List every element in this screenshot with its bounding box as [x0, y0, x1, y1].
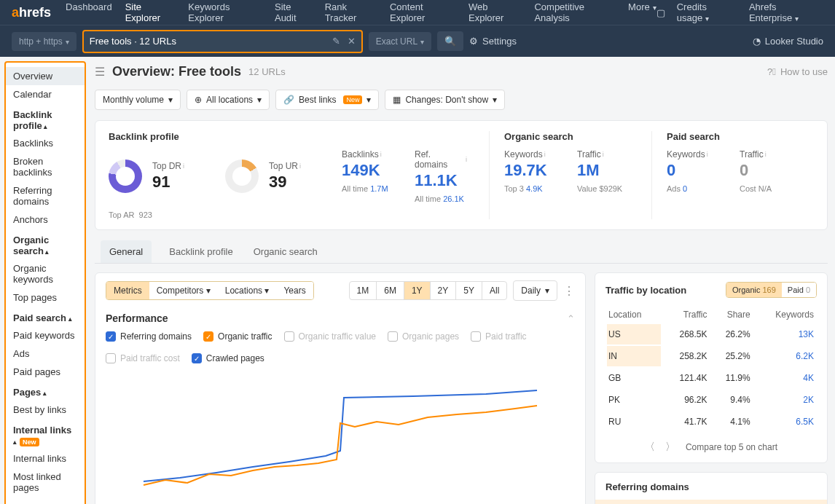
sidebar-item-broken-backlinks[interactable]: Broken backlinks: [6, 152, 85, 181]
location-row-us[interactable]: US268.5K26.2%13K: [607, 324, 815, 344]
sidebar-item-paid-keywords[interactable]: Paid keywords: [6, 326, 85, 344]
pill-organic[interactable]: Organic169: [726, 283, 782, 297]
daily-dropdown[interactable]: Daily▾: [513, 280, 557, 301]
refdom-row-followed[interactable]: Followed i8,47176.3%: [595, 500, 827, 504]
legend-paid-traffic-cost[interactable]: Paid traffic cost: [106, 353, 180, 363]
pill-paid[interactable]: Paid0: [782, 283, 816, 297]
toggle-sidebar-icon[interactable]: ☰: [95, 65, 105, 79]
legend-paid-traffic[interactable]: Paid traffic: [471, 331, 526, 342]
compare-link[interactable]: Compare top 5 on chart: [686, 442, 777, 452]
volume-filter[interactable]: Monthly volume▾: [95, 90, 181, 110]
location-row-gb[interactable]: GB121.4K11.9%4K: [607, 368, 815, 388]
top-nav: ahrefs DashboardSite ExplorerKeywords Ex…: [0, 0, 835, 25]
next-icon[interactable]: 〉: [665, 441, 675, 454]
credits-dropdown[interactable]: Credits usage: [677, 1, 737, 23]
nav-item-site-explorer[interactable]: Site Explorer: [125, 1, 176, 23]
sidebar-head-backlink-profile[interactable]: Backlink profile: [6, 103, 85, 134]
sidebar-item-best-by-links[interactable]: Best by links: [6, 401, 85, 419]
collapse-icon[interactable]: ⌃: [567, 313, 575, 324]
sidebar-item-paid-pages[interactable]: Paid pages: [6, 363, 85, 381]
clear-icon[interactable]: ✕: [348, 36, 356, 47]
location-row-ru[interactable]: RU41.7K4.1%6.5K: [607, 412, 815, 432]
search-row: http + https Free tools · 12 URLs ✎ ✕ Ex…: [0, 25, 835, 57]
top-ur-value: 39: [269, 173, 321, 192]
seg-metrics[interactable]: Metrics: [106, 282, 149, 299]
ref-domains-value[interactable]: 11.1K: [415, 171, 467, 190]
legend-referring-domains[interactable]: Referring domains: [106, 331, 192, 342]
plan-dropdown[interactable]: Ahrefs Enterprise: [749, 1, 823, 23]
sidebar-item-referring-domains[interactable]: Referring domains: [6, 181, 85, 210]
chart-menu-icon[interactable]: ⋮: [563, 284, 575, 298]
organic-search-head: Organic search: [504, 131, 630, 142]
url-count: 12 URLs: [248, 66, 286, 77]
organic-keywords-value[interactable]: 19.7K: [504, 161, 557, 180]
mode-icon[interactable]: ▢: [656, 7, 665, 18]
tab-organic-search[interactable]: Organic search: [251, 240, 321, 263]
nav-item-content-explorer[interactable]: Content Explorer: [390, 1, 455, 23]
sidebar-item-calendar[interactable]: Calendar: [6, 85, 85, 103]
search-button[interactable]: 🔍: [437, 31, 463, 51]
sidebar-item-most-linked-pages[interactable]: Most linked pages: [6, 468, 85, 497]
nav-item-keywords-explorer[interactable]: Keywords Explorer: [188, 1, 262, 23]
nav-item-dashboard[interactable]: Dashboard: [66, 1, 112, 23]
sidebar-item-top-pages[interactable]: Top pages: [6, 288, 85, 307]
sidebar-item-overview[interactable]: Overview: [6, 67, 85, 85]
changes-filter[interactable]: ▦Changes: Don't show▾: [385, 90, 505, 110]
nav-item-competitive-analysis[interactable]: Competitive Analysis: [534, 1, 615, 23]
range-all[interactable]: All: [482, 282, 506, 299]
looker-studio-link[interactable]: ◔Looker Studio: [753, 36, 823, 47]
tab-backlink-profile[interactable]: Backlink profile: [166, 240, 235, 263]
best-links-filter[interactable]: 🔗Best linksNew▾: [275, 90, 379, 110]
link-icon: 🔗: [283, 95, 294, 105]
sidebar-item-anchors[interactable]: Anchors: [6, 210, 85, 229]
paid-keywords-value[interactable]: 0: [667, 161, 719, 180]
backlinks-value[interactable]: 149K: [342, 161, 394, 180]
edit-icon[interactable]: ✎: [332, 36, 340, 47]
seg-locations[interactable]: Locations ▾: [218, 282, 277, 299]
sidebar-head-paid-search[interactable]: Paid search: [6, 307, 85, 326]
locations-filter[interactable]: ⊕All locations▾: [187, 90, 270, 110]
traffic-location-table: LocationTrafficShareKeywords US268.5K26.…: [605, 305, 817, 433]
seg-years[interactable]: Years: [276, 282, 313, 299]
paid-search-head: Paid search: [667, 131, 792, 142]
sidebar-item-backlinks[interactable]: Backlinks: [6, 134, 85, 152]
range-2y[interactable]: 2Y: [431, 282, 457, 299]
legend-crawled-pages[interactable]: Crawled pages: [192, 353, 264, 363]
page-title: Overview: Free tools: [112, 64, 241, 79]
nav-item-site-audit[interactable]: Site Audit: [275, 1, 312, 23]
nav-item-rank-tracker[interactable]: Rank Tracker: [325, 1, 377, 23]
metrics-card: Backlink profile Top DRi 91 Top URi 3: [95, 120, 828, 230]
seg-competitors[interactable]: Competitors ▾: [149, 282, 218, 299]
location-row-pk[interactable]: PK96.2K9.4%2K: [607, 390, 815, 410]
tab-general[interactable]: General: [101, 240, 152, 263]
sidebar-head-organic-search[interactable]: Organic search: [6, 229, 85, 259]
prev-icon[interactable]: 〈: [645, 441, 655, 454]
legend-organic-pages[interactable]: Organic pages: [388, 331, 459, 342]
range-6m[interactable]: 6M: [377, 282, 404, 299]
range-5y[interactable]: 5Y: [456, 282, 482, 299]
sidebar-head-pages[interactable]: Pages: [6, 381, 85, 401]
legend-organic-traffic-value[interactable]: Organic traffic value: [284, 331, 377, 342]
exact-url-dropdown[interactable]: Exact URL: [369, 32, 431, 51]
paid-traffic-value: 0: [740, 161, 792, 180]
search-input[interactable]: Free tools · 12 URLs ✎ ✕: [82, 30, 363, 53]
sidebar-item-internal-links[interactable]: Internal links: [6, 449, 85, 468]
legend-organic-traffic[interactable]: Organic traffic: [203, 331, 272, 342]
top-dr-value: 91: [152, 173, 205, 192]
sidebar-head-internal-links[interactable]: Internal linksNew: [6, 419, 85, 449]
logo[interactable]: ahrefs: [12, 5, 51, 20]
help-icon: ?⃝: [767, 66, 776, 77]
location-row-in[interactable]: IN258.2K25.2%6.2K: [607, 346, 815, 366]
settings-link[interactable]: ⚙Settings: [469, 36, 517, 47]
report-tabs: GeneralBacklink profileOrganic search: [95, 240, 828, 264]
range-1y[interactable]: 1Y: [404, 282, 431, 299]
sidebar-item-organic-keywords[interactable]: Organic keywords: [6, 259, 85, 288]
how-to-use-link[interactable]: ?⃝How to use: [767, 66, 835, 77]
organic-traffic-value[interactable]: 1M: [577, 161, 630, 180]
nav-item-more[interactable]: More: [628, 1, 656, 23]
nav-item-web-explorer[interactable]: Web Explorer: [469, 1, 521, 23]
range-1m[interactable]: 1M: [350, 282, 377, 299]
traffic-by-location-card: Traffic by location Organic169Paid0 Loca…: [595, 272, 828, 463]
sidebar-item-ads[interactable]: Ads: [6, 344, 85, 363]
protocol-dropdown[interactable]: http + https: [12, 32, 77, 51]
